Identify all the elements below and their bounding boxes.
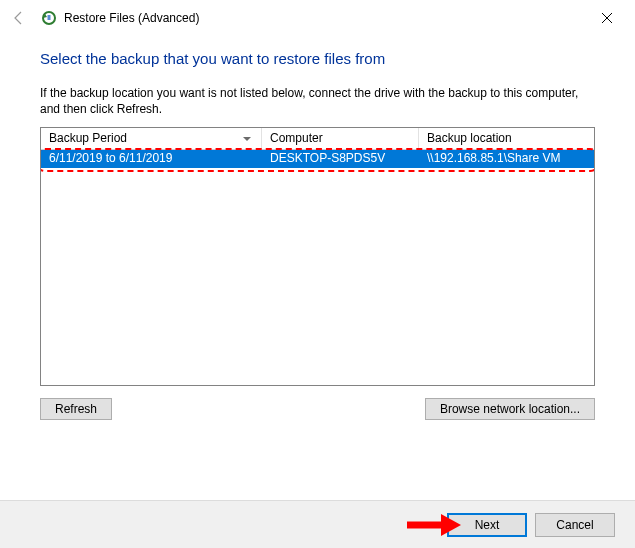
page-heading: Select the backup that you want to resto… bbox=[40, 50, 595, 67]
back-button[interactable] bbox=[8, 7, 30, 29]
wizard-footer: Next Cancel bbox=[0, 500, 635, 548]
column-header-location[interactable]: Backup location bbox=[419, 128, 594, 149]
cell-computer: DESKTOP-S8PDS5V bbox=[262, 150, 419, 168]
window-title: Restore Files (Advanced) bbox=[64, 11, 199, 25]
close-button[interactable] bbox=[587, 4, 627, 32]
browse-network-button[interactable]: Browse network location... bbox=[425, 398, 595, 420]
refresh-button[interactable]: Refresh bbox=[40, 398, 112, 420]
instructions-text: If the backup location you want is not l… bbox=[40, 85, 595, 117]
restore-files-icon bbox=[40, 9, 58, 27]
next-button[interactable]: Next bbox=[447, 513, 527, 537]
column-header-period[interactable]: Backup Period bbox=[41, 128, 262, 149]
column-header-computer[interactable]: Computer bbox=[262, 128, 419, 149]
table-row[interactable]: 6/11/2019 to 6/11/2019 DESKTOP-S8PDS5V \… bbox=[41, 150, 594, 168]
svg-rect-1 bbox=[48, 15, 51, 20]
cell-location: \\192.168.85.1\Share VM bbox=[419, 150, 594, 168]
cancel-button[interactable]: Cancel bbox=[535, 513, 615, 537]
cell-period: 6/11/2019 to 6/11/2019 bbox=[41, 150, 262, 168]
backup-list[interactable]: Backup Period Computer Backup location 6… bbox=[40, 127, 595, 386]
grid-header: Backup Period Computer Backup location bbox=[41, 128, 594, 150]
